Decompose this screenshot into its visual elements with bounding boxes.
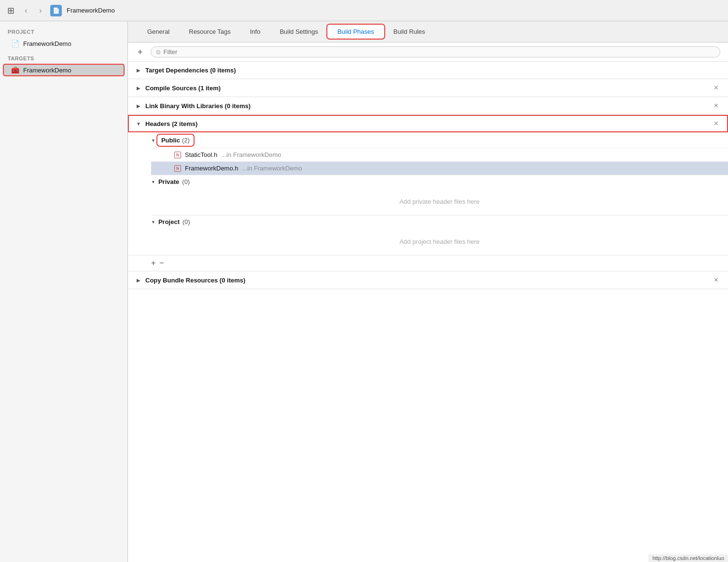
project-title: FrameworkDemo — [67, 7, 115, 14]
sidebar-item-target[interactable]: 🧰 FrameworkDemo — [3, 64, 125, 76]
public-title: Public — [161, 137, 180, 144]
headers-add-button[interactable]: + — [151, 259, 155, 267]
public-label-outline: Public (2) — [158, 136, 193, 145]
phase-headers-title: Headers (2 items) — [145, 120, 708, 127]
target-icon: 🧰 — [11, 66, 19, 74]
compile-sources-close-button[interactable]: × — [712, 84, 720, 92]
headers-project-section: ▼ Project (0) Add project header files h… — [128, 215, 728, 255]
file-row-statictool[interactable]: h StaticTool.h ...in FrameworkDemo — [151, 148, 728, 161]
project-section-label: PROJECT — [0, 27, 127, 37]
add-phase-button[interactable]: + — [136, 48, 145, 56]
project-icon: 📄 — [50, 5, 62, 16]
private-empty-text: Add private header files here — [151, 188, 728, 215]
sidebar: PROJECT 📄 FrameworkDemo TARGETS 🧰 Framew… — [0, 21, 128, 562]
url-bar: http://blog.csdn.net/locationluo — [648, 554, 728, 562]
private-section-header[interactable]: ▼ Private (0) — [151, 175, 728, 188]
chevron-down-icon: ▼ — [151, 220, 155, 225]
chevron-right-icon: ▶ — [136, 68, 141, 73]
headers-private-section: ▼ Private (0) Add private header files h… — [128, 175, 728, 215]
filter-icon: ⊙ — [156, 49, 161, 56]
headers-remove-button[interactable]: − — [159, 259, 164, 267]
titlebar: ⊞ ‹ › 📄 FrameworkDemo — [0, 0, 728, 21]
filter-input[interactable] — [164, 48, 715, 56]
phase-compile-sources-title: Compile Sources (1 item) — [145, 84, 708, 92]
tab-info[interactable]: Info — [240, 25, 270, 38]
file-name-statictool: StaticTool.h — [185, 151, 217, 158]
header-file-icon: h — [174, 165, 181, 172]
project-empty-text: Add project header files here — [151, 228, 728, 255]
chevron-right-icon: ▶ — [136, 85, 141, 91]
content-area: General Resource Tags Info Build Setting… — [128, 21, 728, 562]
file-path-frameworkdemo: ...in FrameworkDemo — [242, 165, 302, 172]
project-section-header[interactable]: ▼ Project (0) — [151, 215, 728, 228]
phase-link-binary-title: Link Binary With Libraries (0 items) — [145, 102, 708, 110]
sidebar-item-project[interactable]: 📄 FrameworkDemo — [3, 37, 125, 50]
file-row-frameworkdemo[interactable]: h FrameworkDemo.h ...in FrameworkDemo — [151, 161, 728, 175]
phase-copy-bundle-header[interactable]: ▶ Copy Bundle Resources (0 items) × — [128, 271, 728, 289]
tab-build-settings[interactable]: Build Settings — [270, 25, 328, 38]
phases-content: ▶ Target Dependencies (0 items) ▶ Compil… — [128, 62, 728, 562]
phase-link-binary: ▶ Link Binary With Libraries (0 items) × — [128, 97, 728, 115]
tab-build-phases[interactable]: Build Phases — [328, 25, 384, 38]
targets-section-label: TARGETS — [0, 54, 127, 63]
chevron-right-icon: ▶ — [136, 278, 141, 283]
phase-link-binary-header[interactable]: ▶ Link Binary With Libraries (0 items) × — [128, 97, 728, 114]
header-file-icon: h — [174, 152, 181, 158]
phase-target-dependencies-title: Target Dependencies (0 items) — [145, 67, 720, 74]
copy-bundle-close-button[interactable]: × — [712, 276, 720, 284]
link-binary-close-button[interactable]: × — [712, 102, 720, 110]
toolbar: + ⊙ — [128, 42, 728, 62]
main-container: PROJECT 📄 FrameworkDemo TARGETS 🧰 Framew… — [0, 21, 728, 562]
sidebar-project-name: FrameworkDemo — [23, 40, 71, 47]
tab-resource-tags[interactable]: Resource Tags — [179, 25, 240, 38]
file-name-frameworkdemo: FrameworkDemo.h — [185, 165, 238, 172]
headers-close-button[interactable]: × — [712, 120, 720, 127]
sidebar-target-name: FrameworkDemo — [23, 67, 71, 74]
public-section-header[interactable]: ▼ Public (2) — [151, 132, 728, 148]
headers-sub-actions: + − — [128, 255, 728, 271]
tab-general[interactable]: General — [138, 25, 179, 38]
project-sub-title: Project — [158, 218, 180, 225]
project-sub-count: (0) — [182, 218, 190, 225]
forward-button[interactable]: › — [36, 6, 45, 15]
phase-copy-bundle-title: Copy Bundle Resources (0 items) — [145, 277, 708, 284]
private-title: Private — [158, 178, 179, 185]
phase-headers-header[interactable]: ▼ Headers (2 items) × — [128, 115, 728, 132]
phase-headers: ▼ Headers (2 items) × ▼ Public (2) — [128, 115, 728, 271]
tab-bar: General Resource Tags Info Build Setting… — [128, 21, 728, 42]
chevron-down-icon: ▼ — [151, 180, 155, 184]
phase-compile-sources: ▶ Compile Sources (1 item) × — [128, 79, 728, 97]
grid-view-button[interactable]: ⊞ — [5, 5, 16, 16]
phase-target-dependencies-header[interactable]: ▶ Target Dependencies (0 items) — [128, 62, 728, 79]
file-path-statictool: ...in FrameworkDemo — [221, 151, 281, 158]
back-button[interactable]: ‹ — [21, 6, 31, 15]
headers-public-section: ▼ Public (2) h StaticTool.h ...in Framew… — [128, 132, 728, 175]
public-count: (2) — [182, 137, 190, 144]
phase-compile-sources-header[interactable]: ▶ Compile Sources (1 item) × — [128, 79, 728, 97]
phase-target-dependencies: ▶ Target Dependencies (0 items) — [128, 62, 728, 79]
filter-container: ⊙ — [151, 46, 720, 57]
phase-copy-bundle: ▶ Copy Bundle Resources (0 items) × — [128, 271, 728, 289]
tab-build-rules[interactable]: Build Rules — [384, 25, 435, 38]
private-count: (0) — [182, 178, 190, 185]
chevron-right-icon: ▶ — [136, 103, 141, 109]
chevron-down-icon: ▼ — [136, 121, 141, 126]
chevron-down-icon: ▼ — [151, 138, 155, 143]
project-file-icon: 📄 — [11, 39, 19, 48]
